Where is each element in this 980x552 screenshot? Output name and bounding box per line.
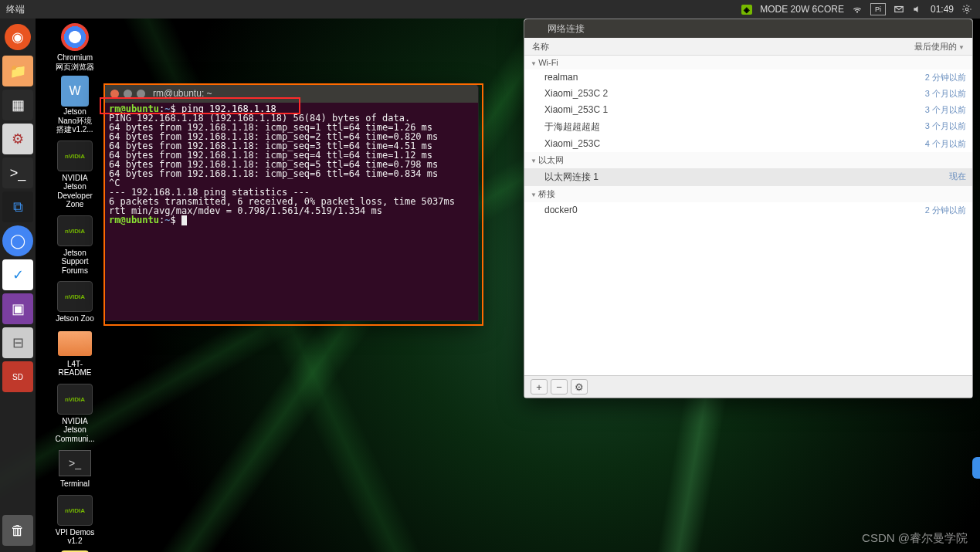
network-window[interactable]: 网络连接 名称 最后使用的▼ Wi-Firealman2 分钟以前Xiaomi_… (524, 19, 973, 398)
desktop: 终端 ◈ MODE 20W 6CORE Pi 01:49 ◉ 📁 ▦ ⚙ >_ (0, 0, 980, 552)
desktop-icon[interactable]: nVIDIAJetson Support Forums (42, 215, 108, 276)
keyboard-icon[interactable]: Pi (870, 3, 886, 15)
desktop-icon[interactable]: L4T- README (42, 330, 108, 378)
launcher-app1[interactable]: ▦ (2, 90, 33, 120)
remove-connection-button[interactable]: − (551, 379, 568, 395)
desktop-icon[interactable]: >_Terminal (42, 449, 108, 489)
network-item-name: Xiaomi_253C (544, 138, 600, 150)
terminal-title: rm@ubuntu: ~ (153, 89, 212, 98)
network-item[interactable]: 于海超超超超3 个月以前 (524, 118, 972, 136)
launcher: ◉ 📁 ▦ ⚙ >_ ⧉ ◯ ✓ ▣ ⊟ SD 🗑 (0, 19, 36, 552)
network-item[interactable]: Xiaomi_253C4 个月以前 (524, 136, 972, 152)
launcher-sd[interactable]: SD (2, 361, 33, 392)
network-item-name: Xiaomi_253C 1 (544, 104, 608, 116)
desktop-icons: Chromium 网页浏览器WJetson Nano环境 搭建v1.2...nV… (42, 23, 111, 552)
desktop-icon-label: L4T- README (42, 360, 108, 378)
panel-title: 终端 (0, 3, 25, 16)
network-group[interactable]: 桥接 (524, 186, 972, 202)
network-item-name: realman (544, 72, 578, 83)
col-last-used[interactable]: 最后使用的 (914, 42, 957, 51)
maximize-icon[interactable] (137, 90, 145, 98)
power-mode[interactable]: MODE 20W 6CORE (760, 4, 844, 15)
desktop-icon-label: Jetson Nano环境 搭建v1.2... (42, 107, 108, 134)
network-title: 网络连接 (548, 22, 585, 36)
network-group[interactable]: 以太网 (524, 152, 972, 168)
network-item[interactable]: 以太网连接 1现在 (524, 168, 972, 186)
network-item-name: Xiaomi_253C 2 (544, 88, 608, 100)
launcher-chromium[interactable]: ◯ (2, 225, 33, 256)
network-group[interactable]: Wi-Fi (524, 56, 972, 69)
launcher-terminal[interactable]: >_ (2, 157, 33, 188)
network-item-time: 3 个月以前 (925, 120, 966, 134)
network-item[interactable]: realman2 分钟以前 (524, 69, 972, 86)
network-item-time: 2 分钟以前 (925, 205, 966, 216)
desktop-icon-label: Jetson Zoo (42, 314, 108, 323)
minimize-icon[interactable] (124, 90, 132, 98)
desktop-icon[interactable]: Chromium 网页浏览器 (42, 23, 108, 71)
network-footer: + − ⚙ (524, 375, 972, 398)
launcher-display[interactable]: ▣ (2, 293, 33, 324)
desktop-icon[interactable]: nVIDIANVIDIA Jetson Communi... (42, 384, 108, 444)
terminal-titlebar[interactable]: rm@ubuntu: ~ (104, 84, 478, 103)
desktop-icon-label: VPI Demos v1.2 (42, 528, 108, 546)
svg-point-0 (856, 12, 857, 12)
network-item-time: 4 个月以前 (925, 138, 966, 150)
desktop-icon-label: Jetson Support Forums (42, 249, 108, 276)
sort-desc-icon: ▼ (958, 44, 965, 51)
desktop-icon-label: Terminal (42, 479, 108, 489)
launcher-dash[interactable]: ◉ (2, 22, 33, 52)
launcher-settings[interactable]: ⚙ (2, 124, 33, 154)
col-name[interactable]: 名称 (532, 41, 549, 52)
network-item-name: 于海超超超超 (544, 120, 600, 134)
clock[interactable]: 01:49 (931, 4, 954, 15)
desktop-icon[interactable]: nVIDIAJetson Zoo (42, 281, 108, 323)
network-item[interactable]: Xiaomi_253C 23 个月以前 (524, 86, 972, 102)
desktop-icon-label: NVIDIA Jetson Developer Zone (42, 174, 108, 209)
volume-icon[interactable] (912, 4, 923, 15)
settings-icon[interactable] (961, 4, 972, 15)
add-connection-button[interactable]: + (531, 379, 548, 395)
top-panel: 终端 ◈ MODE 20W 6CORE Pi 01:49 (0, 0, 980, 19)
desktop-icon[interactable]: nVIDIANVIDIA Jetson Developer Zone (42, 141, 108, 209)
desktop-icon[interactable]: nVIDIAVPI Demos v1.2 (42, 495, 108, 546)
launcher-trash[interactable]: 🗑 (2, 515, 33, 546)
launcher-files[interactable]: 📁 (2, 56, 33, 86)
network-item-time: 3 个月以前 (925, 104, 966, 116)
network-item-time: 2 分钟以前 (925, 72, 966, 83)
network-item-name: docker0 (544, 205, 578, 216)
watermark: CSDN @睿尔曼学院 (862, 531, 968, 546)
network-item-name: 以太网连接 1 (544, 171, 599, 184)
mail-icon[interactable] (894, 4, 904, 15)
launcher-todesk[interactable]: ✓ (2, 259, 33, 290)
wifi-icon[interactable] (852, 4, 863, 15)
network-titlebar[interactable]: 网络连接 (524, 19, 972, 38)
launcher-disk[interactable]: ⊟ (2, 327, 33, 358)
svg-point-2 (965, 8, 968, 11)
network-item-time: 现在 (949, 171, 966, 184)
terminal-window[interactable]: rm@ubuntu: ~ rm@ubuntu:~$ ping 192.168.1… (103, 83, 479, 321)
desktop-icon[interactable]: WJetson Nano环境 搭建v1.2... (42, 77, 108, 134)
network-list[interactable]: Wi-Firealman2 分钟以前Xiaomi_253C 23 个月以前Xia… (524, 56, 972, 375)
close-icon[interactable] (110, 90, 119, 98)
edit-connection-button[interactable]: ⚙ (571, 379, 588, 395)
desktop-icon-label: Chromium 网页浏览器 (42, 53, 108, 71)
network-header: 名称 最后使用的▼ (524, 38, 972, 56)
network-item[interactable]: Xiaomi_253C 13 个月以前 (524, 102, 972, 118)
side-handle[interactable] (972, 457, 980, 479)
network-item-time: 3 个月以前 (925, 88, 966, 100)
nvidia-badge-icon: ◈ (741, 5, 752, 15)
desktop-icon-label: NVIDIA Jetson Communi... (42, 417, 108, 444)
launcher-vscode[interactable]: ⧉ (2, 191, 33, 222)
network-item[interactable]: docker02 分钟以前 (524, 202, 972, 218)
terminal-body[interactable]: rm@ubuntu:~$ ping 192.168.1.18 PING 192.… (104, 103, 478, 227)
